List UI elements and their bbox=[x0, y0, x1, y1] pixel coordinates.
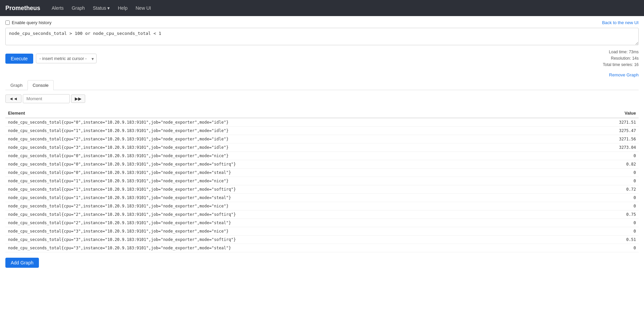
element-cell: node_cpu_seconds_total{cpu="1",instance=… bbox=[5, 126, 583, 135]
value-cell: 0 bbox=[583, 177, 639, 185]
remove-graph-link[interactable]: Remove Graph bbox=[609, 72, 639, 77]
value-cell: 0 bbox=[583, 218, 639, 227]
element-cell: node_cpu_seconds_total{cpu="1",instance=… bbox=[5, 193, 583, 202]
execute-row: Execute - insert metric at cursor - Load… bbox=[5, 49, 639, 68]
insert-metric-wrapper: - insert metric at cursor - bbox=[36, 54, 97, 63]
table-header: Element Value bbox=[5, 109, 639, 118]
nav-newui[interactable]: New UI bbox=[132, 3, 154, 13]
main-content: Enable query history Back to the new UI … bbox=[0, 16, 644, 274]
value-cell: 3273.04 bbox=[583, 143, 639, 151]
value-cell: 0.51 bbox=[583, 235, 639, 244]
table-row: node_cpu_seconds_total{cpu="0",instance=… bbox=[5, 118, 639, 127]
table-row: node_cpu_seconds_total{cpu="1",instance=… bbox=[5, 126, 639, 135]
value-cell: 0 bbox=[583, 151, 639, 160]
value-cell: 0.75 bbox=[583, 210, 639, 218]
value-cell: 0.72 bbox=[583, 185, 639, 193]
nav-graph[interactable]: Graph bbox=[68, 3, 88, 13]
nav-status[interactable]: Status ▾ bbox=[90, 3, 113, 13]
value-cell: 0 bbox=[583, 244, 639, 252]
tabs: Graph Console bbox=[5, 80, 639, 90]
nav-alerts[interactable]: Alerts bbox=[48, 3, 67, 13]
time-controls: ◄◄ ▶▶ bbox=[5, 94, 639, 103]
element-cell: node_cpu_seconds_total{cpu="3",instance=… bbox=[5, 227, 583, 235]
table-row: node_cpu_seconds_total{cpu="0",instance=… bbox=[5, 160, 639, 168]
table-row: node_cpu_seconds_total{cpu="3",instance=… bbox=[5, 244, 639, 252]
brand: Prometheus bbox=[5, 5, 40, 12]
table-row: node_cpu_seconds_total{cpu="3",instance=… bbox=[5, 143, 639, 151]
load-time: Load time: 73ms bbox=[603, 49, 639, 55]
execute-button[interactable]: Execute bbox=[5, 54, 33, 64]
value-cell: 3271.51 bbox=[583, 118, 639, 127]
value-cell: 3271.56 bbox=[583, 135, 639, 143]
results-table: Element Value node_cpu_seconds_total{cpu… bbox=[5, 109, 639, 252]
value-cell: 0 bbox=[583, 193, 639, 202]
element-cell: node_cpu_seconds_total{cpu="0",instance=… bbox=[5, 151, 583, 160]
element-cell: node_cpu_seconds_total{cpu="1",instance=… bbox=[5, 177, 583, 185]
element-cell: node_cpu_seconds_total{cpu="0",instance=… bbox=[5, 160, 583, 168]
value-cell: 0.82 bbox=[583, 160, 639, 168]
element-cell: node_cpu_seconds_total{cpu="2",instance=… bbox=[5, 210, 583, 218]
element-cell: node_cpu_seconds_total{cpu="0",instance=… bbox=[5, 118, 583, 127]
table-row: node_cpu_seconds_total{cpu="0",instance=… bbox=[5, 168, 639, 177]
table-row: node_cpu_seconds_total{cpu="2",instance=… bbox=[5, 218, 639, 227]
add-graph-button[interactable]: Add Graph bbox=[5, 258, 39, 268]
query-container bbox=[5, 28, 639, 46]
element-cell: node_cpu_seconds_total{cpu="1",instance=… bbox=[5, 185, 583, 193]
remove-graph-row: Remove Graph bbox=[5, 72, 639, 77]
add-graph-row: Add Graph bbox=[5, 252, 639, 270]
table-row: node_cpu_seconds_total{cpu="3",instance=… bbox=[5, 235, 639, 244]
insert-metric-select[interactable]: - insert metric at cursor - bbox=[36, 54, 97, 63]
table-row: node_cpu_seconds_total{cpu="2",instance=… bbox=[5, 202, 639, 210]
nav-help[interactable]: Help bbox=[114, 3, 131, 13]
table-row: node_cpu_seconds_total{cpu="1",instance=… bbox=[5, 185, 639, 193]
time-back-button[interactable]: ◄◄ bbox=[5, 95, 21, 103]
element-cell: node_cpu_seconds_total{cpu="3",instance=… bbox=[5, 244, 583, 252]
table-row: node_cpu_seconds_total{cpu="2",instance=… bbox=[5, 135, 639, 143]
total-time-series: Total time series: 16 bbox=[603, 62, 639, 68]
table-row: node_cpu_seconds_total{cpu="0",instance=… bbox=[5, 151, 639, 160]
tab-console[interactable]: Console bbox=[28, 80, 54, 90]
tab-graph[interactable]: Graph bbox=[5, 80, 28, 90]
value-cell: 0 bbox=[583, 202, 639, 210]
moment-input[interactable] bbox=[23, 94, 70, 103]
enable-history-label[interactable]: Enable query history bbox=[5, 20, 52, 25]
time-forward-button[interactable]: ▶▶ bbox=[71, 95, 85, 103]
query-input[interactable] bbox=[5, 28, 639, 45]
element-column-header: Element bbox=[5, 109, 583, 118]
table-row: node_cpu_seconds_total{cpu="3",instance=… bbox=[5, 227, 639, 235]
chevron-down-icon: ▾ bbox=[107, 5, 110, 11]
element-cell: node_cpu_seconds_total{cpu="3",instance=… bbox=[5, 143, 583, 151]
value-cell: 3275.47 bbox=[583, 126, 639, 135]
value-cell: 0 bbox=[583, 168, 639, 177]
navbar: Prometheus Alerts Graph Status ▾ Help Ne… bbox=[0, 0, 644, 16]
element-cell: node_cpu_seconds_total{cpu="0",instance=… bbox=[5, 168, 583, 177]
enable-history-checkbox[interactable] bbox=[5, 20, 10, 25]
nav-links: Alerts Graph Status ▾ Help New UI bbox=[48, 3, 154, 13]
stats-panel: Load time: 73ms Resolution: 14s Total ti… bbox=[603, 49, 639, 68]
top-row: Enable query history Back to the new UI bbox=[5, 20, 639, 25]
resolution: Resolution: 14s bbox=[603, 55, 639, 62]
element-cell: node_cpu_seconds_total{cpu="3",instance=… bbox=[5, 235, 583, 244]
element-cell: node_cpu_seconds_total{cpu="2",instance=… bbox=[5, 218, 583, 227]
table-body: node_cpu_seconds_total{cpu="0",instance=… bbox=[5, 118, 639, 252]
element-cell: node_cpu_seconds_total{cpu="2",instance=… bbox=[5, 135, 583, 143]
table-row: node_cpu_seconds_total{cpu="2",instance=… bbox=[5, 210, 639, 218]
back-to-new-ui-link[interactable]: Back to the new UI bbox=[602, 20, 639, 25]
element-cell: node_cpu_seconds_total{cpu="2",instance=… bbox=[5, 202, 583, 210]
value-cell: 0 bbox=[583, 227, 639, 235]
execute-left: Execute - insert metric at cursor - bbox=[5, 54, 97, 64]
table-row: node_cpu_seconds_total{cpu="1",instance=… bbox=[5, 193, 639, 202]
value-column-header: Value bbox=[583, 109, 639, 118]
table-row: node_cpu_seconds_total{cpu="1",instance=… bbox=[5, 177, 639, 185]
